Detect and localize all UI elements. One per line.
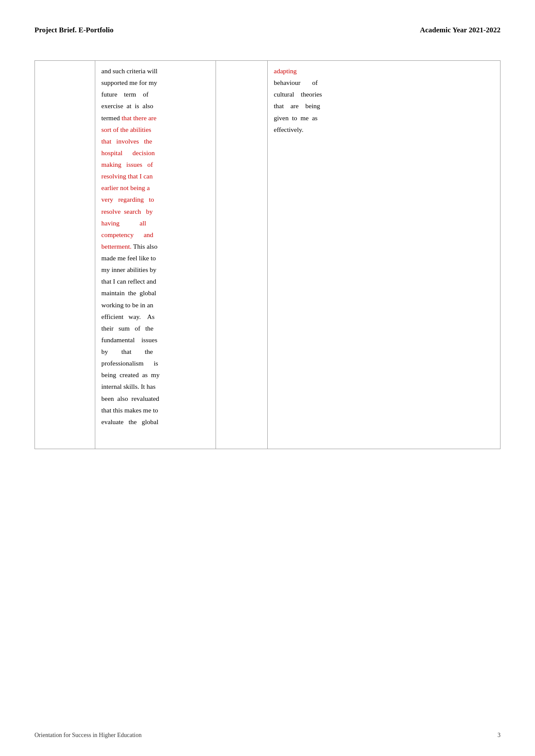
left-column bbox=[35, 61, 95, 449]
right-line: cultural theories bbox=[274, 88, 494, 100]
footer-right: 3 bbox=[497, 732, 501, 739]
middle-line: made me feel like to bbox=[101, 252, 210, 264]
middle-line: maintain the global bbox=[101, 287, 210, 299]
middle-line: been also revaluated bbox=[101, 393, 210, 404]
middle-line: hospital decision bbox=[101, 147, 210, 159]
main-content: and such criteria willsupported me for m… bbox=[34, 60, 501, 449]
middle-line: internal skills. It has bbox=[101, 381, 210, 392]
middle-line: my inner abilities by bbox=[101, 264, 210, 275]
middle-line: sort of the abilities bbox=[101, 124, 210, 135]
middle-line: professionalism is bbox=[101, 357, 210, 369]
middle-column: and such criteria willsupported me for m… bbox=[95, 61, 216, 449]
middle-line: resolving that I can bbox=[101, 170, 210, 182]
middle-line: exercise at is also bbox=[101, 100, 210, 112]
middle-line: and such criteria will bbox=[101, 65, 210, 77]
footer: Orientation for Success in Higher Educat… bbox=[34, 732, 501, 739]
right-column: adaptingbehaviour ofcultural theoriestha… bbox=[268, 61, 500, 449]
middle-line: by that the bbox=[101, 346, 210, 357]
header-right: Academic Year 2021-2022 bbox=[420, 26, 501, 34]
footer-left: Orientation for Success in Higher Educat… bbox=[34, 732, 141, 739]
middle-line: efficient way. As bbox=[101, 311, 210, 322]
middle-line: termed that there are bbox=[101, 112, 210, 124]
middle-line: that I can reflect and bbox=[101, 275, 210, 287]
middle-line: earlier not being a bbox=[101, 182, 210, 194]
middle-line: competency and bbox=[101, 229, 210, 241]
right-line: given to me as bbox=[274, 112, 494, 124]
middle-line: supported me for my bbox=[101, 77, 210, 88]
middle-line: that this makes me to bbox=[101, 404, 210, 416]
middle-line: fundamental issues bbox=[101, 334, 210, 346]
middle-line: having all bbox=[101, 217, 210, 229]
right-line: behaviour of bbox=[274, 77, 494, 88]
middle-line: being created as my bbox=[101, 369, 210, 381]
right-line: effectively. bbox=[274, 124, 494, 135]
right-line: that are being bbox=[274, 100, 494, 112]
right-line: adapting bbox=[274, 65, 494, 77]
middle-line: future term of bbox=[101, 88, 210, 100]
middle-line: evaluate the global bbox=[101, 416, 210, 428]
middle-line: betterment. This also bbox=[101, 241, 210, 252]
middle-line: working to be in an bbox=[101, 299, 210, 311]
gap-column bbox=[216, 61, 268, 449]
middle-line: resolve search by bbox=[101, 206, 210, 217]
middle-line: that involves the bbox=[101, 135, 210, 147]
middle-line: very regarding to bbox=[101, 194, 210, 205]
middle-line: making issues of bbox=[101, 159, 210, 170]
middle-line: their sum of the bbox=[101, 322, 210, 334]
